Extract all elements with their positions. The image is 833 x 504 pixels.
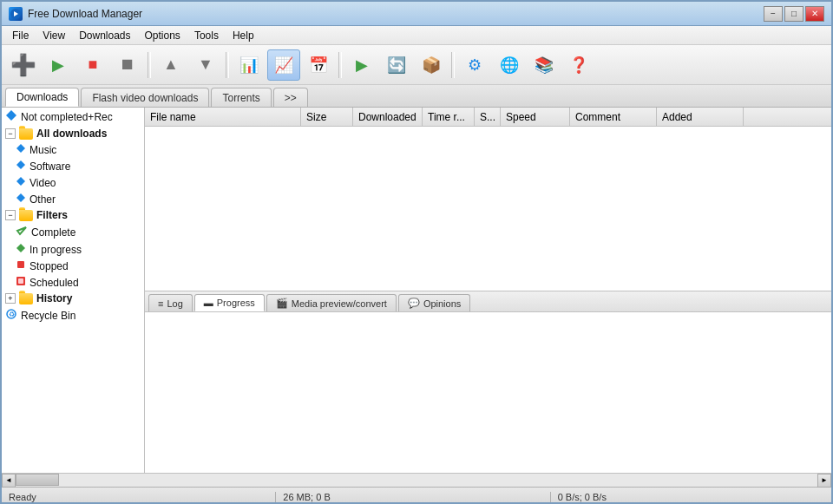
sidebar-item-music[interactable]: Music: [2, 141, 144, 158]
move-up-button[interactable]: ▲: [154, 49, 187, 81]
minimize-button[interactable]: −: [764, 6, 783, 22]
zip-button[interactable]: 📦: [415, 49, 448, 81]
svg-rect-11: [18, 278, 23, 284]
tab-flash-video-downloads[interactable]: Flash video downloads: [81, 88, 209, 107]
sidebar-label-complete: Complete: [31, 226, 75, 239]
file-list-body[interactable]: [145, 127, 831, 291]
bottom-tab-progress[interactable]: ▬Progress: [194, 294, 265, 311]
toolbar: ➕▶■⏹▲▼📊📈📅▶🔄📦⚙🌐📚❓: [2, 45, 831, 85]
special-icon-not-completed: [5, 109, 17, 124]
menu-item-options[interactable]: Options: [138, 28, 187, 43]
tab-downloads[interactable]: Downloads: [5, 88, 79, 107]
sidebar-item-other[interactable]: Other: [2, 191, 144, 207]
menu-item-view[interactable]: View: [36, 28, 72, 43]
col-header-comment[interactable]: Comment: [570, 108, 657, 126]
tab->>[interactable]: >>: [273, 88, 308, 107]
turbo-button[interactable]: 🔄: [380, 49, 413, 81]
sidebar-item-history[interactable]: +History: [2, 291, 144, 306]
bottom-tab-opinions[interactable]: 💬Opinions: [398, 294, 470, 311]
bottom-tab-media-preview/convert[interactable]: 🎬Media preview/convert: [266, 294, 397, 311]
menu-item-file[interactable]: File: [5, 28, 36, 43]
zip-icon: 📦: [422, 56, 441, 75]
tab-torrents[interactable]: Torrents: [211, 88, 271, 107]
status-ready: Ready: [9, 492, 275, 502]
stop-all-button[interactable]: ⏹: [111, 49, 144, 81]
sidebar-item-stopped[interactable]: Stopped: [2, 258, 144, 274]
status-bar: Ready 26 MB; 0 B 0 B/s; 0 B/s: [2, 487, 831, 504]
col-header-speed[interactable]: Speed: [501, 108, 570, 126]
add-download-icon: ➕: [10, 53, 36, 77]
col-header-status[interactable]: S...: [475, 108, 501, 126]
speed2-button[interactable]: 📈: [267, 49, 300, 81]
col-header-size[interactable]: Size: [301, 108, 353, 126]
scheduler-button[interactable]: 📅: [302, 49, 335, 81]
turbo-icon: 🔄: [387, 56, 406, 75]
sidebar-item-in-progress[interactable]: In progress: [2, 241, 144, 258]
settings-button[interactable]: ⚙: [458, 49, 491, 81]
sidebar-label-not-completed: Not completed+Rec: [21, 111, 113, 123]
scroll-right-button[interactable]: ►: [817, 474, 831, 488]
sidebar-item-filters[interactable]: −Filters: [2, 207, 144, 223]
sidebar-item-video[interactable]: Video: [2, 174, 144, 191]
tab-bar: DownloadsFlash video downloadsTorrents>>: [2, 85, 831, 108]
sidebar-item-all-downloads[interactable]: −All downloads: [2, 126, 144, 141]
svg-rect-9: [17, 261, 24, 268]
start-resume-button[interactable]: ▶: [42, 49, 75, 81]
menu-item-help[interactable]: Help: [226, 28, 261, 43]
sidebar-label-stopped: Stopped: [30, 260, 69, 272]
bottom-tab-label-log: Log: [167, 298, 182, 309]
app-title: Free Download Manager: [28, 8, 764, 20]
menu-item-tools[interactable]: Tools: [187, 28, 226, 43]
sidebar-label-video: Video: [30, 177, 56, 189]
check-icon-complete: [16, 225, 28, 239]
col-header-added[interactable]: Added: [657, 108, 744, 126]
scroll-thumb[interactable]: [16, 474, 59, 486]
recycle-icon-recycle-bin: ♻: [5, 308, 17, 323]
status-speed: 0 B/s; 0 B/s: [550, 492, 824, 502]
scroll-left-button[interactable]: ◄: [2, 474, 16, 488]
status-disk: 26 MB; 0 B: [275, 492, 549, 502]
add-download-button[interactable]: ➕: [7, 49, 40, 81]
red-icon-scheduled: [16, 276, 26, 289]
stop-button[interactable]: ■: [76, 49, 109, 81]
sidebar-item-software[interactable]: Software: [2, 158, 144, 174]
remote-icon: 🌐: [500, 56, 519, 75]
col-header-filename[interactable]: File name: [145, 108, 301, 126]
col-header-time-remaining[interactable]: Time r...: [423, 108, 475, 126]
remote-button[interactable]: 🌐: [493, 49, 526, 81]
green-dot-icon-in-progress: [16, 243, 26, 256]
svg-marker-3: [16, 144, 25, 153]
bottom-content: [145, 312, 831, 473]
sidebar-item-complete[interactable]: Complete: [2, 223, 144, 241]
title-bar: Free Download Manager − □ ✕: [2, 2, 831, 26]
diamond-icon-software: [16, 160, 26, 173]
start-queue-icon: ▶: [356, 56, 368, 75]
sidebar-label-all-downloads: All downloads: [36, 128, 107, 140]
svg-marker-7: [17, 227, 26, 234]
svg-marker-5: [16, 177, 25, 186]
folder-icon-history: [19, 293, 33, 304]
scroll-track[interactable]: [16, 474, 817, 487]
sidebar-item-recycle-bin[interactable]: ♻Recycle Bin: [2, 306, 144, 324]
move-down-button[interactable]: ▼: [189, 49, 222, 81]
menu-item-downloads[interactable]: Downloads: [72, 28, 137, 43]
skins-button[interactable]: 📚: [528, 49, 561, 81]
start-queue-button[interactable]: ▶: [345, 49, 378, 81]
help-button[interactable]: ❓: [562, 49, 595, 81]
close-button[interactable]: ✕: [805, 6, 824, 22]
move-up-icon: ▲: [163, 56, 179, 74]
svg-marker-2: [6, 110, 16, 121]
tree-expand-history[interactable]: +: [5, 293, 16, 304]
sidebar-label-music: Music: [30, 144, 56, 156]
bottom-tab-log[interactable]: ≡Log: [148, 294, 193, 311]
diamond-icon-music: [16, 143, 26, 156]
tree-expand-all-downloads[interactable]: −: [5, 128, 16, 139]
maximize-button[interactable]: □: [784, 6, 803, 22]
horizontal-scrollbar[interactable]: ◄ ►: [2, 473, 831, 487]
speed1-button[interactable]: 📊: [233, 49, 266, 81]
toolbar-separator: [148, 52, 151, 78]
col-header-downloaded[interactable]: Downloaded: [353, 108, 423, 126]
sidebar-item-not-completed[interactable]: Not completed+Rec: [2, 108, 144, 126]
tree-expand-filters[interactable]: −: [5, 210, 16, 220]
sidebar-item-scheduled[interactable]: Scheduled: [2, 274, 144, 291]
